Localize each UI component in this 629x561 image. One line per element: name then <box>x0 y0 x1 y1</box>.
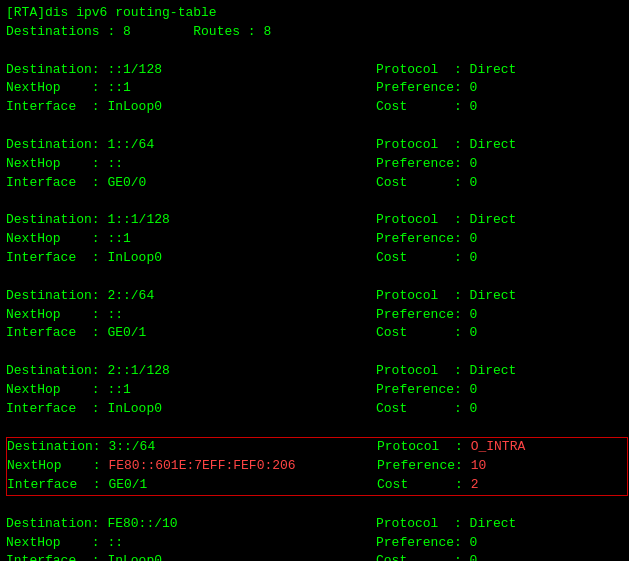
blank6 <box>6 419 623 438</box>
dest-line: Destination: ::1/128Protocol : Direct <box>6 61 623 80</box>
interface-line: Interface : InLoop0Cost : 0 <box>6 400 623 419</box>
dest-line: Destination: 1::1/128Protocol : Direct <box>6 211 623 230</box>
summary-line: Destinations : 8 Routes : 8 <box>6 23 623 42</box>
dest-line: Destination: 2::/64Protocol : Direct <box>6 287 623 306</box>
nexthop-line: NextHop : ::1Preference: 0 <box>6 230 623 249</box>
interface-line: Interface : InLoop0Cost : 0 <box>6 249 623 268</box>
route-block-5: Destination: 2::1/128Protocol : Direct N… <box>6 362 623 419</box>
interface-line: Interface : GE0/1Cost : 0 <box>6 324 623 343</box>
route-block-3: Destination: 1::1/128Protocol : Direct N… <box>6 211 623 268</box>
route-block-7: Destination: FE80::/10Protocol : Direct … <box>6 515 623 561</box>
nexthop-line: NextHop : ::Preference: 0 <box>6 155 623 174</box>
nexthop-line: NextHop : ::Preference: 0 <box>6 534 623 553</box>
interface-line: Interface : InLoop0Cost : 0 <box>6 552 623 561</box>
route-block-2: Destination: 1::/64Protocol : Direct Nex… <box>6 136 623 193</box>
blank1 <box>6 42 623 61</box>
nexthop-line: NextHop : ::1Preference: 0 <box>6 79 623 98</box>
interface-line: Interface : InLoop0Cost : 0 <box>6 98 623 117</box>
terminal: [RTA]dis ipv6 routing-table Destinations… <box>0 0 629 561</box>
dest-line: Destination: 3::/64Protocol : O_INTRA <box>7 438 627 457</box>
blank3 <box>6 192 623 211</box>
nexthop-line: NextHop : ::Preference: 0 <box>6 306 623 325</box>
interface-line: Interface : GE0/1Cost : 2 <box>7 476 627 495</box>
dest-line: Destination: FE80::/10Protocol : Direct <box>6 515 623 534</box>
route-block-4: Destination: 2::/64Protocol : Direct Nex… <box>6 287 623 344</box>
blank7 <box>6 496 623 515</box>
dest-line: Destination: 1::/64Protocol : Direct <box>6 136 623 155</box>
nexthop-line: NextHop : ::1Preference: 0 <box>6 381 623 400</box>
route-block-6-highlighted: Destination: 3::/64Protocol : O_INTRA Ne… <box>6 437 628 496</box>
command-line: [RTA]dis ipv6 routing-table <box>6 4 623 23</box>
nexthop-line: NextHop : FE80::601E:7EFF:FEF0:206Prefer… <box>7 457 627 476</box>
blank4 <box>6 268 623 287</box>
interface-line: Interface : GE0/0Cost : 0 <box>6 174 623 193</box>
blank5 <box>6 343 623 362</box>
route-block-1: Destination: ::1/128Protocol : Direct Ne… <box>6 61 623 118</box>
dest-line: Destination: 2::1/128Protocol : Direct <box>6 362 623 381</box>
blank2 <box>6 117 623 136</box>
